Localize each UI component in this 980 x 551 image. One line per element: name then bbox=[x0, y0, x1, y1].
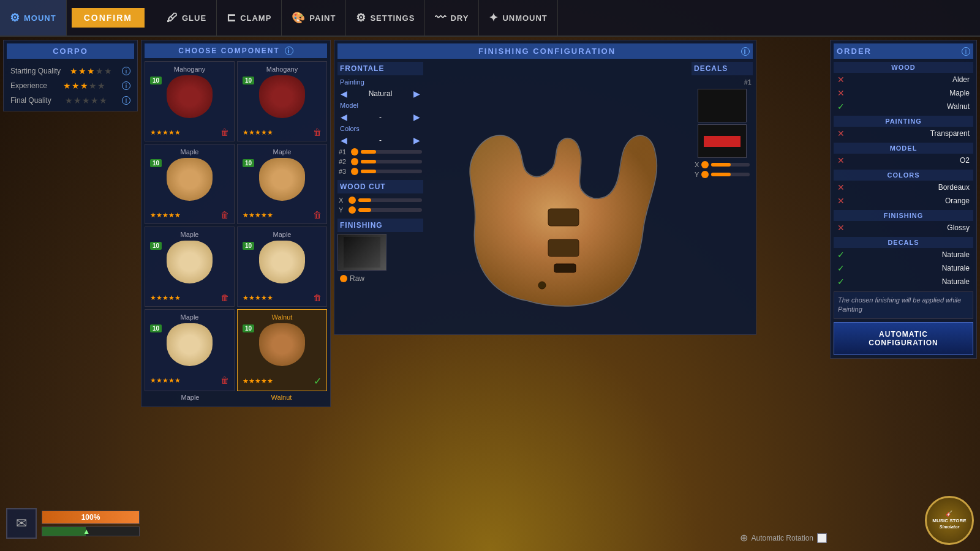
model-prev-btn[interactable]: ◀ bbox=[339, 112, 349, 122]
settings-tab[interactable]: ⚙ SETTINGS bbox=[346, 0, 425, 36]
final-quality-label: Final Quality bbox=[10, 96, 51, 105]
component-maple-4[interactable]: Maple 10 ★★★★★ 🗑 bbox=[237, 227, 327, 307]
model-label: Model bbox=[337, 100, 423, 110]
raw-label: Raw bbox=[337, 272, 423, 285]
bordeaux-name: Bordeaux bbox=[938, 183, 970, 192]
item-stars-2: ★★★★★ bbox=[243, 129, 273, 137]
badge-4: 10 bbox=[243, 159, 254, 167]
svg-rect-1 bbox=[548, 239, 579, 257]
component-maple-1[interactable]: Maple 10 ★★★★★ 🗑 bbox=[145, 144, 235, 224]
finishing-controls: FRONTALE Painting ◀ Natural ▶ Model ◀ - … bbox=[337, 62, 423, 331]
experience-info[interactable]: i bbox=[122, 81, 130, 90]
clamp-tab[interactable]: ⊏ CLAMP bbox=[217, 0, 282, 36]
wood-section: WOOD ✕ Alder ✕ Maple ✓ Walnut bbox=[834, 62, 973, 113]
color-3-slider[interactable] bbox=[361, 170, 422, 173]
component-img-8: 10 bbox=[240, 322, 324, 374]
final-quality-info[interactable]: i bbox=[122, 96, 130, 105]
component-info[interactable]: i bbox=[285, 47, 293, 55]
walnut-name: Walnut bbox=[947, 102, 970, 111]
component-maple-2[interactable]: Maple 10 ★★★★★ 🗑 bbox=[237, 144, 327, 224]
confirm-button[interactable]: CONFIRM bbox=[72, 8, 145, 28]
trash-icon-3[interactable]: 🗑 bbox=[221, 210, 229, 220]
walnut-status: ✓ bbox=[837, 102, 845, 111]
auto-rotation-checkbox[interactable] bbox=[817, 533, 827, 543]
component-maple-5[interactable]: Maple 10 ★★★★★ 🗑 bbox=[145, 309, 235, 391]
mount-icon: ⚙ bbox=[10, 11, 20, 24]
decal-y-row: Y bbox=[692, 170, 753, 179]
model-next-btn[interactable]: ▶ bbox=[412, 112, 422, 122]
badge-7: 10 bbox=[150, 324, 162, 332]
item-actions-5: ★★★★★ 🗑 bbox=[148, 291, 232, 304]
component-name-7: Maple bbox=[148, 312, 232, 322]
guitar-preview-area bbox=[426, 62, 688, 331]
paint-tab[interactable]: 🎨 PAINT bbox=[282, 0, 346, 36]
trash-icon-1[interactable]: 🗑 bbox=[221, 127, 229, 137]
order-bordeaux: ✕ Bordeaux bbox=[834, 181, 973, 194]
bordeaux-status: ✕ bbox=[837, 182, 845, 192]
colors-next-btn[interactable]: ▶ bbox=[412, 135, 422, 145]
woodcut-x-slider[interactable] bbox=[358, 198, 422, 202]
unmount-tab[interactable]: ✦ UNMOUNT bbox=[479, 0, 557, 36]
trash-icon-4[interactable]: 🗑 bbox=[313, 210, 322, 220]
mount-tab[interactable]: ⚙ MOUNT bbox=[0, 0, 67, 36]
item-stars-3: ★★★★★ bbox=[150, 211, 181, 219]
svg-rect-2 bbox=[554, 264, 576, 272]
colors-prev-btn[interactable]: ◀ bbox=[339, 135, 349, 145]
trash-icon-5[interactable]: 🗑 bbox=[221, 293, 229, 302]
auto-config-button[interactable]: AUTOMATIC CONFIGURATION bbox=[834, 322, 973, 355]
order-naturale-3: ✓ Naturale bbox=[834, 275, 973, 288]
component-mahogany-2[interactable]: Mahogany 10 ★★★★★ 🗑 bbox=[237, 61, 327, 141]
painting-next-btn[interactable]: ▶ bbox=[412, 89, 422, 99]
component-walnut-1[interactable]: Walnut 10 ★★★★★ ✓ bbox=[237, 309, 327, 391]
painting-value: Natural bbox=[352, 89, 409, 98]
alder-name: Alder bbox=[952, 75, 970, 84]
colors-value: - bbox=[352, 136, 409, 144]
progress-arrow-icon: ▲ bbox=[83, 527, 90, 536]
badge-6: 10 bbox=[243, 242, 254, 250]
unmount-icon: ✦ bbox=[489, 11, 499, 24]
color-1-fill bbox=[361, 150, 376, 154]
trash-icon-6[interactable]: 🗑 bbox=[313, 293, 322, 302]
experience-row: Experience ★★★★★ i bbox=[7, 78, 134, 93]
painting-prev-btn[interactable]: ◀ bbox=[339, 89, 349, 99]
wood-section-title: WOOD bbox=[834, 62, 973, 73]
decal-x-slider[interactable] bbox=[711, 163, 750, 167]
bottom-bar: ✉ 100% ▲ bbox=[6, 508, 140, 539]
component-maple-3[interactable]: Maple 10 ★★★★★ 🗑 bbox=[145, 227, 235, 307]
trash-icon-7[interactable]: 🗑 bbox=[221, 375, 229, 385]
glue-tab[interactable]: 🖊 GLUE bbox=[157, 0, 217, 36]
mail-icon[interactable]: ✉ bbox=[6, 508, 37, 539]
color-2-slider[interactable] bbox=[361, 160, 422, 163]
component-mahogany-1[interactable]: Mahogany 10 ★★★★★ 🗑 bbox=[145, 61, 235, 141]
guitar-shape-3 bbox=[167, 158, 213, 201]
color-1-slider[interactable] bbox=[361, 150, 422, 154]
item-actions-8: ★★★★★ ✓ bbox=[240, 374, 324, 388]
finishing-info[interactable]: i bbox=[741, 47, 750, 56]
frontale-title: FRONTALE bbox=[337, 62, 423, 75]
svg-point-3 bbox=[538, 282, 546, 289]
item-stars-8: ★★★★★ bbox=[243, 377, 273, 385]
decal-y-slider[interactable] bbox=[711, 173, 750, 176]
color-2-dot bbox=[351, 158, 358, 165]
decal-red-box bbox=[698, 124, 747, 158]
finishing-preview-swatch bbox=[344, 237, 380, 268]
color-3-fill bbox=[361, 170, 376, 173]
decals-title: DECALS bbox=[692, 62, 753, 75]
order-info[interactable]: i bbox=[962, 47, 970, 56]
order-o2: ✕ O2 bbox=[834, 154, 973, 167]
naturale-3-name: Naturale bbox=[942, 277, 970, 286]
finishing-content: FRONTALE Painting ◀ Natural ▶ Model ◀ - … bbox=[337, 62, 753, 331]
rotation-icon: ⊕ bbox=[740, 532, 748, 544]
progress-container: 100% ▲ bbox=[42, 511, 140, 536]
experience-label: Experience bbox=[10, 81, 47, 90]
starting-quality-info[interactable]: i bbox=[122, 67, 130, 75]
final-quality-stars: ★★★★★ bbox=[65, 96, 108, 105]
component-img-1: 10 bbox=[148, 74, 232, 126]
naturale-1-status: ✓ bbox=[837, 250, 845, 260]
svg-rect-0 bbox=[548, 209, 579, 226]
component-name-3: Maple bbox=[148, 147, 232, 157]
dry-tab[interactable]: 〰 DRY bbox=[425, 0, 479, 36]
trash-icon-2[interactable]: 🗑 bbox=[313, 127, 322, 137]
maple-name: Maple bbox=[949, 89, 970, 97]
woodcut-y-slider[interactable] bbox=[358, 208, 422, 212]
